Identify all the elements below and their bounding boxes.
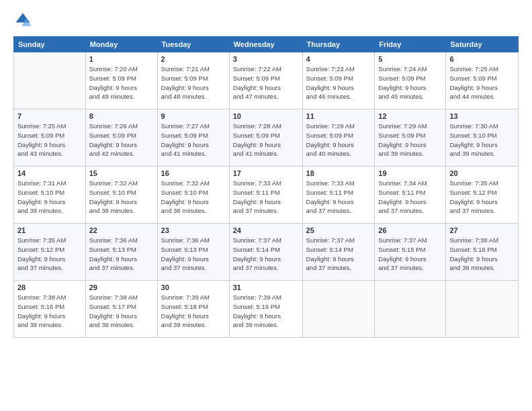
day-number: 13: [449, 112, 515, 120]
day-number: 15: [89, 169, 154, 177]
day-cell: 7Sunrise: 7:25 AMSunset: 5:09 PMDaylight…: [14, 109, 86, 167]
day-cell: [446, 281, 519, 338]
calendar-page: SundayMondayTuesdayWednesdayThursdayFrid…: [0, 0, 532, 411]
day-number: 27: [449, 226, 515, 234]
day-cell: [14, 52, 86, 109]
day-cell: 16Sunrise: 7:32 AMSunset: 5:10 PMDayligh…: [157, 167, 229, 224]
day-info: Sunrise: 7:25 AMSunset: 5:09 PMDaylight:…: [17, 122, 82, 158]
day-number: 9: [161, 112, 226, 120]
calendar-body: 1Sunrise: 7:20 AMSunset: 5:09 PMDaylight…: [14, 52, 519, 338]
header-cell-sunday: Sunday: [14, 37, 86, 52]
day-number: 29: [89, 283, 154, 291]
day-cell: 10Sunrise: 7:28 AMSunset: 5:09 PMDayligh…: [229, 109, 302, 167]
day-number: 28: [17, 283, 82, 291]
day-info: Sunrise: 7:38 AMSunset: 5:17 PMDaylight:…: [89, 293, 154, 330]
day-info: Sunrise: 7:37 AMSunset: 5:15 PMDaylight:…: [378, 236, 442, 273]
day-cell: [302, 281, 375, 338]
day-info: Sunrise: 7:38 AMSunset: 5:16 PMDaylight:…: [449, 236, 515, 273]
day-info: Sunrise: 7:30 AMSunset: 5:10 PMDaylight:…: [449, 122, 515, 158]
day-number: 3: [233, 55, 299, 63]
day-cell: 13Sunrise: 7:30 AMSunset: 5:10 PMDayligh…: [446, 109, 519, 167]
day-number: 16: [161, 169, 226, 177]
day-number: 24: [233, 226, 299, 234]
day-number: 11: [306, 112, 371, 120]
day-cell: 24Sunrise: 7:37 AMSunset: 5:14 PMDayligh…: [229, 224, 302, 281]
day-cell: 19Sunrise: 7:34 AMSunset: 5:11 PMDayligh…: [375, 167, 446, 224]
calendar-header: SundayMondayTuesdayWednesdayThursdayFrid…: [14, 37, 519, 52]
day-info: Sunrise: 7:23 AMSunset: 5:09 PMDaylight:…: [306, 64, 371, 101]
calendar-table: SundayMondayTuesdayWednesdayThursdayFrid…: [13, 36, 519, 338]
day-number: 31: [233, 283, 299, 291]
header-cell-wednesday: Wednesday: [229, 37, 302, 52]
day-info: Sunrise: 7:36 AMSunset: 5:13 PMDaylight:…: [89, 236, 154, 273]
day-cell: 2Sunrise: 7:21 AMSunset: 5:09 PMDaylight…: [157, 52, 229, 109]
day-cell: 25Sunrise: 7:37 AMSunset: 5:14 PMDayligh…: [302, 224, 375, 281]
header-cell-thursday: Thursday: [302, 37, 375, 52]
day-number: 10: [233, 112, 299, 120]
day-cell: 29Sunrise: 7:38 AMSunset: 5:17 PMDayligh…: [85, 281, 157, 338]
week-row-4: 21Sunrise: 7:35 AMSunset: 5:12 PMDayligh…: [14, 224, 519, 281]
header-cell-monday: Monday: [85, 37, 157, 52]
day-info: Sunrise: 7:20 AMSunset: 5:09 PMDaylight:…: [89, 64, 154, 101]
day-number: 4: [306, 55, 371, 63]
day-number: 23: [161, 226, 226, 234]
day-cell: 27Sunrise: 7:38 AMSunset: 5:16 PMDayligh…: [446, 224, 519, 281]
day-number: 2: [161, 55, 226, 63]
day-cell: 12Sunrise: 7:29 AMSunset: 5:09 PMDayligh…: [375, 109, 446, 167]
day-info: Sunrise: 7:38 AMSunset: 5:16 PMDaylight:…: [17, 293, 82, 330]
day-cell: 15Sunrise: 7:32 AMSunset: 5:10 PMDayligh…: [85, 167, 157, 224]
day-info: Sunrise: 7:26 AMSunset: 5:09 PMDaylight:…: [89, 122, 154, 158]
day-info: Sunrise: 7:32 AMSunset: 5:10 PMDaylight:…: [161, 179, 226, 216]
day-cell: 6Sunrise: 7:25 AMSunset: 5:09 PMDaylight…: [446, 52, 519, 109]
day-info: Sunrise: 7:22 AMSunset: 5:09 PMDaylight:…: [233, 64, 299, 101]
day-cell: 9Sunrise: 7:27 AMSunset: 5:09 PMDaylight…: [157, 109, 229, 167]
day-cell: 17Sunrise: 7:33 AMSunset: 5:11 PMDayligh…: [229, 167, 302, 224]
day-info: Sunrise: 7:31 AMSunset: 5:10 PMDaylight:…: [17, 179, 82, 216]
day-info: Sunrise: 7:33 AMSunset: 5:11 PMDaylight:…: [306, 179, 371, 216]
header-cell-tuesday: Tuesday: [157, 37, 229, 52]
day-info: Sunrise: 7:29 AMSunset: 5:09 PMDaylight:…: [306, 122, 371, 158]
logo-icon: [13, 11, 32, 30]
day-cell: 22Sunrise: 7:36 AMSunset: 5:13 PMDayligh…: [85, 224, 157, 281]
day-number: 8: [89, 112, 154, 120]
day-number: 18: [306, 169, 371, 177]
day-number: 14: [17, 169, 82, 177]
day-info: Sunrise: 7:37 AMSunset: 5:14 PMDaylight:…: [306, 236, 371, 273]
day-info: Sunrise: 7:21 AMSunset: 5:09 PMDaylight:…: [161, 64, 226, 101]
day-cell: 18Sunrise: 7:33 AMSunset: 5:11 PMDayligh…: [302, 167, 375, 224]
header-cell-friday: Friday: [375, 37, 446, 52]
day-cell: 26Sunrise: 7:37 AMSunset: 5:15 PMDayligh…: [375, 224, 446, 281]
day-info: Sunrise: 7:28 AMSunset: 5:09 PMDaylight:…: [233, 122, 299, 158]
day-info: Sunrise: 7:35 AMSunset: 5:12 PMDaylight:…: [449, 179, 515, 216]
day-info: Sunrise: 7:37 AMSunset: 5:14 PMDaylight:…: [233, 236, 299, 273]
day-info: Sunrise: 7:29 AMSunset: 5:09 PMDaylight:…: [378, 122, 442, 158]
day-number: 1: [89, 55, 154, 63]
day-info: Sunrise: 7:27 AMSunset: 5:09 PMDaylight:…: [161, 122, 226, 158]
day-cell: 8Sunrise: 7:26 AMSunset: 5:09 PMDaylight…: [85, 109, 157, 167]
day-info: Sunrise: 7:35 AMSunset: 5:12 PMDaylight:…: [17, 236, 82, 273]
day-cell: 11Sunrise: 7:29 AMSunset: 5:09 PMDayligh…: [302, 109, 375, 167]
day-cell: 23Sunrise: 7:36 AMSunset: 5:13 PMDayligh…: [157, 224, 229, 281]
day-cell: 28Sunrise: 7:38 AMSunset: 5:16 PMDayligh…: [14, 281, 86, 338]
day-number: 20: [449, 169, 515, 177]
week-row-1: 1Sunrise: 7:20 AMSunset: 5:09 PMDaylight…: [14, 52, 519, 109]
header-cell-saturday: Saturday: [446, 37, 519, 52]
day-number: 22: [89, 226, 154, 234]
week-row-5: 28Sunrise: 7:38 AMSunset: 5:16 PMDayligh…: [14, 281, 519, 338]
day-cell: 3Sunrise: 7:22 AMSunset: 5:09 PMDaylight…: [229, 52, 302, 109]
day-number: 7: [17, 112, 82, 120]
day-cell: 21Sunrise: 7:35 AMSunset: 5:12 PMDayligh…: [14, 224, 86, 281]
day-number: 6: [449, 55, 515, 63]
day-number: 12: [378, 112, 442, 120]
header: [13, 11, 519, 30]
day-cell: 20Sunrise: 7:35 AMSunset: 5:12 PMDayligh…: [446, 167, 519, 224]
logo: [13, 11, 35, 30]
day-info: Sunrise: 7:39 AMSunset: 5:18 PMDaylight:…: [161, 293, 226, 330]
day-cell: 1Sunrise: 7:20 AMSunset: 5:09 PMDaylight…: [85, 52, 157, 109]
week-row-3: 14Sunrise: 7:31 AMSunset: 5:10 PMDayligh…: [14, 167, 519, 224]
day-number: 5: [378, 55, 442, 63]
day-info: Sunrise: 7:36 AMSunset: 5:13 PMDaylight:…: [161, 236, 226, 273]
day-info: Sunrise: 7:33 AMSunset: 5:11 PMDaylight:…: [233, 179, 299, 216]
day-cell: 4Sunrise: 7:23 AMSunset: 5:09 PMDaylight…: [302, 52, 375, 109]
day-cell: [375, 281, 446, 338]
